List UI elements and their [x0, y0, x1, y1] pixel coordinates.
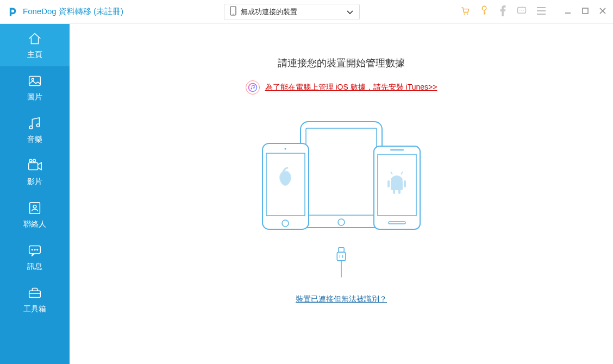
sidebar-item-music[interactable]: 音樂 — [0, 109, 70, 151]
main-content: 請連接您的裝置開始管理數據 為了能在電腦上管理 iOS 數據，請先安裝 iTun… — [70, 24, 613, 364]
cable-illustration — [330, 247, 352, 279]
connect-prompt: 請連接您的裝置開始管理數據 — [278, 57, 405, 70]
devices-illustration — [246, 116, 436, 236]
phone-icon — [230, 6, 236, 18]
sidebar-item-home[interactable]: 主頁 — [0, 24, 70, 66]
key-icon[interactable] — [479, 5, 489, 18]
music-icon — [27, 115, 43, 131]
svg-point-7 — [521, 9, 522, 10]
svg-point-1 — [233, 14, 234, 15]
svg-rect-38 — [391, 180, 403, 190]
svg-point-25 — [251, 88, 252, 89]
svg-rect-9 — [583, 8, 588, 14]
contacts-icon — [27, 200, 43, 216]
svg-point-18 — [33, 205, 36, 208]
itunes-row: 為了能在電腦上管理 iOS 數據，請先安裝 iTunes>> — [246, 80, 437, 95]
svg-point-2 — [464, 13, 465, 14]
svg-rect-14 — [29, 162, 38, 170]
svg-point-4 — [482, 6, 486, 10]
svg-rect-46 — [337, 252, 345, 260]
itunes-icon — [246, 80, 260, 95]
sidebar-item-contacts[interactable]: 聯絡人 — [0, 193, 70, 236]
window-maximize[interactable] — [581, 7, 589, 17]
svg-point-20 — [32, 249, 33, 250]
feedback-icon[interactable] — [516, 5, 527, 18]
chevron-down-icon — [346, 8, 354, 16]
sidebar-item-videos[interactable]: 影片 — [0, 151, 70, 193]
svg-rect-10 — [29, 77, 41, 86]
video-icon — [27, 158, 43, 174]
device-selector-text: 無成功連接的裝置 — [241, 7, 346, 17]
sidebar-item-label: 工具箱 — [23, 304, 46, 314]
svg-rect-45 — [339, 248, 344, 253]
svg-point-8 — [523, 9, 524, 10]
facebook-icon[interactable] — [498, 5, 508, 18]
sidebar-item-photos[interactable]: 圖片 — [0, 66, 70, 109]
svg-point-21 — [34, 249, 35, 250]
window-minimize[interactable] — [564, 7, 572, 17]
titlebar: FoneDog 資料轉移 (未註冊) 無成功連接的裝置 — [0, 0, 613, 24]
messages-icon — [27, 242, 43, 259]
svg-point-22 — [37, 249, 38, 250]
home-icon — [27, 30, 43, 47]
sidebar: 主頁 圖片 音樂 影片 聯絡人 訊息 工具箱 — [0, 24, 70, 364]
window-controls — [564, 7, 606, 17]
sidebar-item-label: 訊息 — [27, 262, 42, 272]
svg-point-26 — [253, 87, 254, 89]
install-itunes-link[interactable]: 為了能在電腦上管理 iOS 數據，請先安裝 iTunes>> — [265, 83, 437, 92]
svg-rect-37 — [390, 149, 404, 150]
sidebar-item-label: 圖片 — [27, 92, 42, 102]
sidebar-item-label: 聯絡人 — [23, 219, 46, 229]
svg-rect-39 — [387, 180, 390, 187]
sidebar-item-messages[interactable]: 訊息 — [0, 236, 70, 278]
menu-icon[interactable] — [536, 6, 547, 18]
app-title: FoneDog 資料轉移 (未註冊) — [23, 7, 123, 17]
app-logo-icon — [7, 7, 17, 17]
sidebar-item-label: 影片 — [27, 177, 42, 187]
svg-rect-28 — [306, 128, 377, 215]
toolbox-icon — [27, 285, 43, 301]
cart-icon[interactable] — [460, 5, 471, 18]
troubleshoot-link[interactable]: 裝置已連接但無法被識別？ — [296, 294, 387, 304]
svg-point-16 — [33, 159, 36, 162]
svg-rect-42 — [398, 189, 401, 194]
image-icon — [27, 73, 43, 89]
sidebar-item-label: 音樂 — [27, 135, 42, 145]
svg-rect-23 — [29, 291, 41, 297]
svg-point-24 — [248, 84, 257, 92]
window-close[interactable] — [599, 7, 606, 17]
svg-rect-40 — [404, 180, 406, 187]
sidebar-item-toolbox[interactable]: 工具箱 — [0, 278, 70, 321]
svg-rect-41 — [393, 189, 395, 194]
svg-point-3 — [467, 13, 468, 14]
device-selector[interactable]: 無成功連接的裝置 — [224, 4, 360, 20]
svg-point-33 — [285, 148, 286, 150]
title-actions — [460, 5, 606, 18]
svg-point-6 — [520, 9, 521, 10]
sidebar-item-label: 主頁 — [27, 50, 42, 60]
svg-point-15 — [29, 159, 32, 162]
svg-point-11 — [32, 78, 34, 80]
